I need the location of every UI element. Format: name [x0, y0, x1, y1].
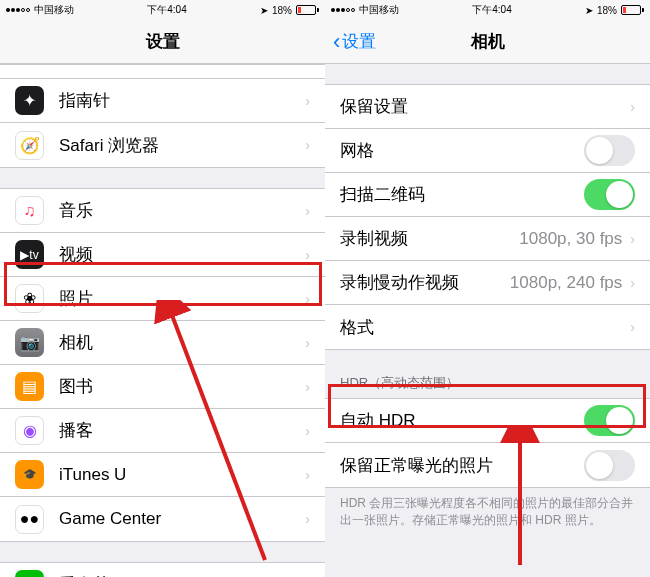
row-format[interactable]: 格式 › — [325, 305, 650, 349]
row-hidden[interactable] — [0, 65, 325, 79]
chevron-right-icon: › — [305, 291, 310, 307]
row-keep-settings[interactable]: 保留设置 › — [325, 85, 650, 129]
chevron-right-icon: › — [630, 275, 635, 291]
nav-bar: 设置 — [0, 20, 325, 64]
row-record-video[interactable]: 录制视频 1080p, 30 fps › — [325, 217, 650, 261]
row-camera[interactable]: 📷 相机 › — [0, 321, 325, 365]
back-button[interactable]: ‹ 设置 — [333, 29, 376, 55]
podcast-icon: ◉ — [15, 416, 44, 445]
row-gamecenter[interactable]: ●● Game Center › — [0, 497, 325, 541]
itunesu-icon: 🎓 — [15, 460, 44, 489]
chevron-right-icon: › — [305, 93, 310, 109]
chevron-right-icon: › — [305, 379, 310, 395]
page-title: 设置 — [146, 30, 180, 53]
location-icon: ➤ — [260, 5, 268, 16]
chevron-right-icon: › — [630, 231, 635, 247]
row-compass[interactable]: ✦ 指南针 › — [0, 79, 325, 123]
status-bar: 中国移动 下午4:04 ➤ 18% — [0, 0, 325, 20]
chevron-right-icon: › — [630, 99, 635, 115]
camera-icon: 📷 — [15, 328, 44, 357]
row-safari[interactable]: 🧭 Safari 浏览器 › — [0, 123, 325, 167]
row-music[interactable]: ♫ 音乐 › — [0, 189, 325, 233]
row-auto-hdr[interactable]: 自动 HDR — [325, 399, 650, 443]
iqiyi-icon: iQ — [15, 570, 44, 577]
music-icon: ♫ — [15, 196, 44, 225]
row-itunesu[interactable]: 🎓 iTunes U › — [0, 453, 325, 497]
row-keep-normal[interactable]: 保留正常曝光的照片 — [325, 443, 650, 487]
chevron-right-icon: › — [305, 335, 310, 351]
chevron-right-icon: › — [630, 319, 635, 335]
page-title: 相机 — [471, 30, 505, 53]
grid-toggle[interactable] — [584, 135, 635, 166]
chevron-right-icon: › — [305, 203, 310, 219]
books-icon: ▤ — [15, 372, 44, 401]
chevron-left-icon: ‹ — [333, 29, 340, 55]
nav-bar: ‹ 设置 相机 — [325, 20, 650, 64]
carrier-label: 中国移动 — [34, 3, 74, 17]
hdr-footer: HDR 会用三张曝光程度各不相同的照片的最佳部分合并出一张照片。存储正常曝光的照… — [325, 488, 650, 536]
gamecenter-icon: ●● — [15, 505, 44, 534]
qr-toggle[interactable] — [584, 179, 635, 210]
compass-icon: ✦ — [15, 86, 44, 115]
chevron-right-icon: › — [305, 511, 310, 527]
auto-hdr-toggle[interactable] — [584, 405, 635, 436]
chevron-right-icon: › — [305, 247, 310, 263]
row-podcast[interactable]: ◉ 播客 › — [0, 409, 325, 453]
battery-icon — [621, 5, 644, 15]
row-qr[interactable]: 扫描二维码 — [325, 173, 650, 217]
chevron-right-icon: › — [305, 467, 310, 483]
row-photos[interactable]: ❀ 照片 › — [0, 277, 325, 321]
location-icon: ➤ — [585, 5, 593, 16]
status-bar: 中国移动 下午4:04 ➤ 18% — [325, 0, 650, 20]
row-video[interactable]: ▶tv 视频 › — [0, 233, 325, 277]
chevron-right-icon: › — [305, 137, 310, 153]
camera-settings-screen: 中国移动 下午4:04 ➤ 18% ‹ 设置 相机 保留设置 › 网格 — [325, 0, 650, 577]
settings-screen: 中国移动 下午4:04 ➤ 18% 设置 ✦ 指南针 › 🧭 Safari 浏览… — [0, 0, 325, 577]
safari-icon: 🧭 — [15, 131, 44, 160]
row-record-slomo[interactable]: 录制慢动作视频 1080p, 240 fps › — [325, 261, 650, 305]
row-iqiyi[interactable]: iQ 爱奇艺 › — [0, 563, 325, 577]
photos-icon: ❀ — [15, 284, 44, 313]
keep-normal-toggle[interactable] — [584, 450, 635, 481]
battery-icon — [296, 5, 319, 15]
hdr-section-header: HDR（高动态范围） — [325, 368, 650, 398]
row-grid[interactable]: 网格 — [325, 129, 650, 173]
battery-percent: 18% — [272, 5, 292, 16]
video-icon: ▶tv — [15, 240, 44, 269]
time-label: 下午4:04 — [147, 3, 186, 17]
row-books[interactable]: ▤ 图书 › — [0, 365, 325, 409]
chevron-right-icon: › — [305, 423, 310, 439]
